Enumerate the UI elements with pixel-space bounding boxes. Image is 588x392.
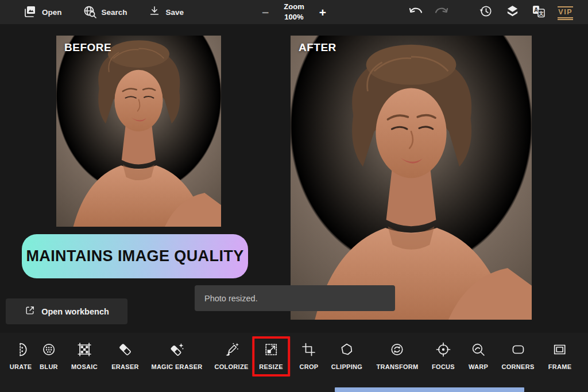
open-button[interactable]: Open: [23, 5, 62, 20]
tool-label: RESIZE: [259, 363, 283, 370]
tool-resize[interactable]: RESIZE: [252, 336, 290, 377]
layers-icon[interactable]: [505, 4, 520, 21]
translate-icon[interactable]: A 文: [532, 4, 546, 21]
after-label: AFTER: [299, 41, 336, 54]
toolbar-scrollbar[interactable]: [335, 387, 524, 392]
save-download-icon: [148, 5, 161, 20]
search-button-label: Search: [102, 8, 127, 17]
tool-label: TRANSFORM: [377, 363, 419, 370]
tool-colorize[interactable]: COLORIZE: [214, 342, 248, 370]
zoom-readout: Zoom 100%: [284, 2, 304, 22]
tool-warp[interactable]: WARP: [469, 342, 488, 370]
zoom-control: − Zoom 100% +: [262, 0, 326, 24]
search-button[interactable]: Search: [83, 5, 127, 20]
eraser-icon: [118, 342, 133, 357]
open-workbench-button[interactable]: Open workbench: [6, 298, 127, 324]
history-icon[interactable]: [479, 4, 493, 21]
tool-label: CORNERS: [501, 363, 534, 370]
resize-icon: [264, 342, 278, 357]
tool-label: URATE: [10, 363, 32, 370]
tool-corners[interactable]: CORNERS: [501, 342, 534, 370]
colorize-icon: [224, 342, 239, 357]
before-label: BEFORE: [64, 41, 111, 54]
open-workbench-label: Open workbench: [41, 307, 109, 316]
tool-transform[interactable]: TRANSFORM: [377, 342, 419, 370]
redo-icon[interactable]: [435, 5, 450, 20]
zoom-in-button[interactable]: +: [319, 6, 326, 18]
tool-eraser[interactable]: ERASER: [111, 342, 139, 370]
tool-magic-eraser[interactable]: MAGIC ERASER: [151, 342, 202, 370]
tool-label: FRAME: [548, 363, 572, 370]
open-image-icon: [23, 5, 37, 20]
magic-eraser-icon: [169, 342, 184, 357]
tool-label: WARP: [469, 363, 488, 370]
svg-text:文: 文: [539, 10, 544, 16]
expand-icon: [24, 305, 36, 318]
saturate-icon: [13, 342, 28, 357]
blur-icon: [41, 342, 56, 357]
top-toolbar-right: A 文 VIP: [408, 4, 588, 21]
svg-text:A: A: [534, 6, 538, 13]
frame-icon: [552, 342, 567, 357]
warp-icon: [471, 342, 486, 357]
tool-label: FOCUS: [432, 363, 455, 370]
transform-icon: [390, 342, 405, 357]
tool-clipping[interactable]: CLIPPING: [331, 342, 362, 370]
tool-label: MAGIC ERASER: [151, 363, 202, 370]
focus-icon: [436, 342, 451, 357]
quality-banner: MAINTAINS IMAGE QUALITY: [22, 234, 248, 278]
save-button-label: Save: [166, 8, 184, 17]
tool-frame[interactable]: FRAME: [548, 342, 572, 370]
tool-label: BLUR: [40, 363, 58, 370]
tool-label: CLIPPING: [331, 363, 362, 370]
tool-saturate[interactable]: URATE: [10, 342, 32, 370]
tool-crop[interactable]: CROP: [300, 342, 319, 370]
top-toolbar-left: Open Search: [0, 5, 184, 20]
tool-focus[interactable]: FOCUS: [432, 342, 455, 370]
zoom-out-button[interactable]: −: [262, 6, 269, 18]
tool-blur[interactable]: BLUR: [40, 342, 58, 370]
tool-label: ERASER: [111, 363, 139, 370]
clipping-icon: [339, 342, 354, 357]
after-image: AFTER: [291, 36, 532, 320]
tool-mosaic[interactable]: MOSAIC: [71, 342, 98, 370]
vip-badge[interactable]: VIP: [558, 6, 573, 18]
tools-toolbar: URATE BLUR: [0, 333, 588, 392]
open-button-label: Open: [42, 8, 62, 17]
mosaic-icon: [77, 342, 92, 357]
tool-label: MOSAIC: [71, 363, 98, 370]
before-image: BEFORE: [56, 36, 221, 227]
toast-notification: Photo resized.: [195, 285, 395, 311]
save-button[interactable]: Save: [148, 5, 184, 20]
top-toolbar: Open Search: [0, 0, 588, 24]
zoom-value: 100%: [284, 12, 304, 22]
crop-icon: [301, 342, 316, 357]
undo-icon[interactable]: [408, 5, 423, 20]
zoom-label: Zoom: [284, 2, 304, 12]
tool-label: COLORIZE: [214, 363, 248, 370]
corners-icon: [510, 342, 525, 357]
tool-label: CROP: [300, 363, 319, 370]
editor-canvas: BEFORE AFTER MAINTAINS IMAGE QUALITY Pho…: [0, 24, 588, 333]
photo-editor-app: Open Search: [0, 0, 588, 392]
search-globe-icon: [83, 5, 96, 20]
